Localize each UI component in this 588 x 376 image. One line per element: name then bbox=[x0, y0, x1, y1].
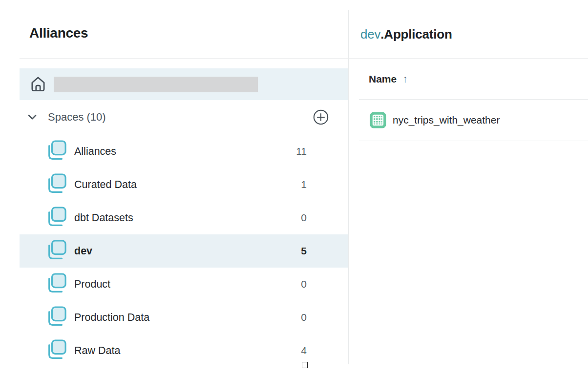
home-row[interactable] bbox=[20, 68, 348, 100]
space-icon bbox=[46, 239, 67, 263]
sidebar-item-product[interactable]: Product 0 bbox=[20, 268, 348, 301]
space-name: Product bbox=[74, 278, 110, 291]
sidebar-item-dbt-datasets[interactable]: dbt Datasets 0 bbox=[20, 201, 348, 234]
space-icon bbox=[46, 140, 67, 163]
table-row[interactable]: nyc_trips_with_weather bbox=[359, 100, 588, 141]
sidebar-item-production-data[interactable]: Production Data 0 bbox=[20, 301, 348, 334]
space-icon bbox=[46, 272, 67, 296]
space-count: 4 bbox=[301, 345, 307, 356]
space-icon bbox=[46, 306, 67, 329]
space-name: Raw Data bbox=[74, 345, 120, 357]
cursor-artifact-square bbox=[302, 362, 308, 368]
space-icon bbox=[46, 339, 67, 362]
sidebar-item-raw-data[interactable]: Raw Data 4 bbox=[20, 334, 348, 367]
space-count: 0 bbox=[301, 212, 307, 224]
home-icon bbox=[29, 75, 47, 94]
sidebar-item-dev[interactable]: dev 5 bbox=[20, 234, 348, 268]
space-name: Alliances bbox=[74, 146, 116, 158]
content-header-divider bbox=[349, 58, 588, 59]
chevron-down-icon[interactable] bbox=[26, 111, 38, 123]
space-count: 5 bbox=[301, 245, 307, 257]
spaces-section-header[interactable]: Spaces (10) bbox=[20, 104, 348, 130]
space-name: Production Data bbox=[74, 312, 149, 324]
space-name: dbt Datasets bbox=[74, 212, 133, 224]
space-count: 0 bbox=[301, 312, 307, 323]
space-count: 11 bbox=[296, 146, 307, 157]
sidebar-item-alliances[interactable]: Alliances 11 bbox=[20, 135, 348, 168]
table-column-header-name[interactable]: Name ↑ bbox=[369, 73, 408, 85]
space-name: dev bbox=[74, 245, 92, 257]
add-space-button[interactable] bbox=[313, 109, 329, 125]
dataset-name: nyc_trips_with_weather bbox=[393, 114, 500, 126]
spaces-section-label: Spaces (10) bbox=[48, 111, 106, 124]
space-icon bbox=[46, 206, 67, 230]
table-divider bbox=[359, 141, 588, 141]
breadcrumb-entity: Application bbox=[384, 27, 452, 42]
space-icon bbox=[46, 173, 67, 196]
app-window: Alliances Spaces (10) bbox=[0, 0, 588, 376]
space-count: 1 bbox=[301, 179, 307, 190]
redacted-breadcrumb-bar bbox=[54, 77, 258, 92]
spaces-list: Alliances 11 Curated Data 1 bbox=[0, 135, 348, 367]
breadcrumb-space-link[interactable]: dev bbox=[360, 27, 380, 42]
column-label: Name bbox=[369, 73, 397, 85]
breadcrumb: dev.Application bbox=[360, 27, 452, 42]
plus-circle-icon bbox=[313, 109, 329, 125]
panel-divider bbox=[348, 10, 349, 364]
sort-ascending-icon[interactable]: ↑ bbox=[402, 73, 408, 85]
dataset-table-icon bbox=[370, 112, 386, 128]
space-count: 0 bbox=[301, 278, 307, 290]
sidebar-header-divider bbox=[20, 58, 348, 59]
sidebar-title: Alliances bbox=[29, 25, 88, 41]
space-name: Curated Data bbox=[74, 179, 137, 191]
sidebar-item-curated-data[interactable]: Curated Data 1 bbox=[20, 168, 348, 201]
